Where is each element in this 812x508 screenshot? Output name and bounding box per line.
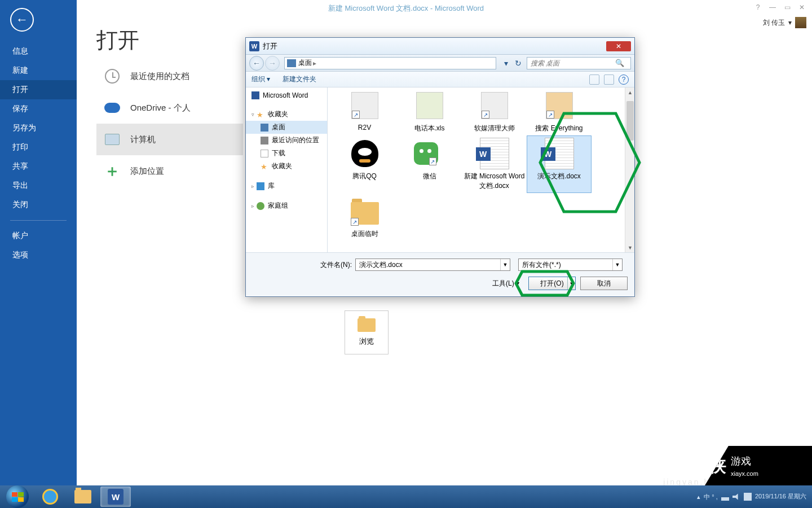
sidebar-open[interactable]: 打开 [0,80,77,99]
file-wechat[interactable]: ↗微信 [397,135,462,193]
file-cleaner[interactable]: ↗软媒清理大师 [462,87,527,135]
chevron-down-icon[interactable]: ▼ [567,277,575,290]
qq-icon [351,140,378,167]
toolbar-newfolder[interactable]: 新建文件夹 [283,75,316,84]
scroll-thumb[interactable] [626,101,634,141]
tree-downloads[interactable]: 下载 [246,147,327,160]
tray-clock[interactable]: 2019/11/16 星期六 [755,493,806,500]
dialog-body: Microsoft Word ▿★收藏夹 桌面 最近访问的位置 下载 ★收藏夹 … [246,87,634,252]
tray-network-icon[interactable] [721,493,729,501]
system-tray[interactable]: ▴ 中 ° , 2019/11/16 星期六 [697,493,810,501]
location-add[interactable]: ＋ 添加位置 [96,155,243,187]
browse-tile[interactable]: 浏览 [345,310,389,354]
tools-menu[interactable]: 工具(L) ▾ [492,279,519,288]
dialog-help-button[interactable]: ? [619,75,629,85]
sidebar-print[interactable]: 打印 [0,138,77,157]
search-input[interactable] [531,59,615,67]
sidebar-account[interactable]: 帐户 [0,226,77,246]
search-icon[interactable]: 🔍 [615,59,624,67]
tree-recent[interactable]: 最近访问的位置 [246,134,327,147]
folder-icon: ↗ [351,202,379,225]
taskbar-explorer[interactable] [68,487,98,507]
filename-label: 文件名(N): [320,260,352,270]
view-mode-button[interactable] [589,75,599,85]
filename-combo[interactable]: 演示文档.docx ▼ [355,259,510,271]
word-icon: W [249,41,259,51]
address-bar[interactable]: 桌面 ▸ [284,57,496,69]
sidebar-share[interactable]: 共享 [0,157,77,176]
file-qq[interactable]: 腾讯QQ [332,135,397,193]
nav-forward-button[interactable]: → [265,56,280,71]
sidebar-options[interactable]: 选项 [0,246,77,265]
ie-icon [42,489,58,505]
tray-date: 2019/11/16 星期六 [755,493,806,500]
sidebar-close[interactable]: 关闭 [0,195,77,214]
shortcut-icon: ↗ [352,111,360,119]
tray-volume-icon[interactable] [732,493,740,501]
explorer-icon [74,490,91,503]
restore-button[interactable]: ▭ [780,3,794,11]
filetype-combo[interactable]: 所有文件(*.*) ▼ [518,259,623,271]
tray-ime[interactable]: 中 ° , [704,493,718,501]
taskbar-ie[interactable] [35,487,65,507]
tree-desktop[interactable]: 桌面 [246,121,327,134]
dialog-title: 打开 [263,41,277,51]
refresh-button[interactable]: ↻ [512,59,524,68]
sidebar-new[interactable]: 新建 [0,61,77,80]
scroll-up-icon[interactable]: ▲ [625,87,634,97]
avatar [795,17,806,28]
window-system-buttons: ? — ▭ ✕ [751,3,809,11]
chevron-down-icon[interactable]: ▼ [500,259,510,270]
chevron-down-icon[interactable]: ▼ [612,259,622,270]
location-recent[interactable]: 最近使用的文档 [96,60,243,92]
sidebar-info[interactable]: 信息 [0,42,77,61]
tree-favorites-group[interactable]: ▿★收藏夹 [246,108,327,121]
open-button[interactable]: 打开(O) ▼ [528,277,576,290]
dialog-close-button[interactable]: ✕ [606,41,631,51]
sidebar-export[interactable]: 导出 [0,176,77,195]
dialog-titlebar[interactable]: W 打开 ✕ [246,38,634,55]
sidebar-saveas[interactable]: 另存为 [0,119,77,138]
tray-expand-icon[interactable]: ▴ [697,493,700,501]
breadcrumb-chevron-icon[interactable]: ▸ [313,59,316,67]
nav-back-button[interactable]: ← [249,56,264,71]
tree-word[interactable]: Microsoft Word [246,90,327,101]
help-button[interactable]: ? [751,3,765,11]
file-r2v[interactable]: ↗R2V [332,87,397,135]
tree-favorites[interactable]: ★收藏夹 [246,160,327,173]
taskbar-word[interactable]: W [100,487,131,507]
toolbar-organize[interactable]: 组织 ▾ [251,75,270,84]
tree-libraries[interactable]: ▹库 [246,179,327,192]
location-onedrive-label: OneDrive - 个人 [130,103,191,113]
location-computer[interactable]: 计算机 [96,124,243,155]
dialog-navrow: ← → 桌面 ▸ ▾ ↻ 🔍 [246,55,634,72]
ribbon-collapse-icon[interactable]: ▾ [788,19,792,27]
scroll-down-icon[interactable]: ▼ [625,243,634,252]
address-dropdown-icon[interactable]: ▾ [500,59,512,68]
desktop-icon [261,124,268,132]
file-phonebook[interactable]: 电话本.xls [397,87,462,135]
user-account[interactable]: 刘 传玉 ▾ [763,17,806,28]
start-button[interactable] [2,487,33,507]
file-everything[interactable]: ↗搜索 Everything [527,87,592,135]
cancel-button[interactable]: 取消 [580,277,628,290]
search-box[interactable]: 🔍 [527,57,631,69]
dialog-bottom: 文件名(N): 演示文档.docx ▼ 所有文件(*.*) ▼ 工具(L) ▾ … [246,252,634,296]
clock-icon [105,69,120,84]
shortcut-icon: ↗ [429,157,436,165]
close-button[interactable]: ✕ [795,3,809,11]
file-newdoc[interactable]: 新建 Microsoft Word 文档.docx [462,135,527,193]
minimize-button[interactable]: — [766,3,779,11]
location-computer-label: 计算机 [130,134,156,145]
file-desktoptemp[interactable]: ↗桌面临时 [332,193,397,241]
backstage-sidebar: ← 信息 新建 打开 保存 另存为 打印 共享 导出 关闭 帐户 选项 [0,0,77,485]
location-onedrive[interactable]: OneDrive - 个人 [96,92,243,124]
sidebar-separator [10,220,67,221]
tree-homegroup[interactable]: ▹家庭组 [246,199,327,212]
file-demodoc[interactable]: 演示文档.docx [527,135,592,193]
scrollbar[interactable]: ▲ ▼ [625,87,634,252]
preview-pane-button[interactable] [604,75,614,85]
tray-flag-icon[interactable] [744,493,752,501]
sidebar-save[interactable]: 保存 [0,99,77,119]
location-add-label: 添加位置 [130,166,164,177]
